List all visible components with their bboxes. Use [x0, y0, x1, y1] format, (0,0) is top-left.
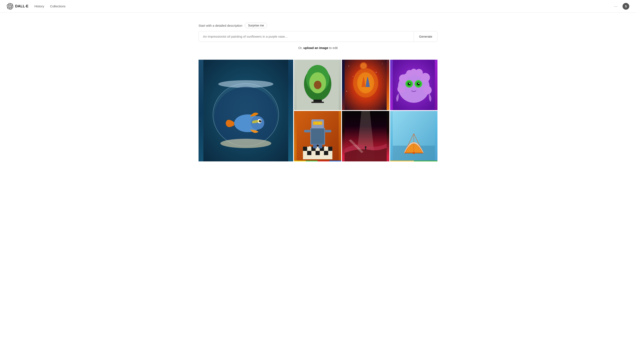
- svg-point-31: [398, 85, 405, 93]
- gallery-item-space-art[interactable]: [342, 60, 389, 110]
- avatar[interactable]: S: [622, 3, 629, 10]
- generate-button[interactable]: Generate: [414, 31, 437, 42]
- svg-point-43: [418, 83, 419, 84]
- prompt-label: Start with a detailed description: [199, 24, 242, 27]
- main-content: Start with a detailed description Surpri…: [192, 12, 444, 162]
- openai-logo-icon: [7, 3, 14, 10]
- svg-point-20: [376, 72, 377, 73]
- prompt-section: Start with a detailed description Surpri…: [199, 23, 437, 50]
- color-strip-orange: [390, 160, 437, 162]
- svg-rect-65: [325, 146, 326, 148]
- header-right: ··· S: [612, 3, 629, 10]
- gallery-item-avocado-chair[interactable]: [294, 60, 341, 110]
- svg-point-24: [357, 72, 374, 93]
- svg-rect-50: [307, 151, 311, 155]
- nav-collections[interactable]: Collections: [50, 4, 65, 8]
- svg-point-2: [218, 80, 273, 88]
- svg-point-32: [423, 86, 432, 94]
- upload-row: Or, upload an image to edit: [199, 46, 437, 50]
- svg-point-68: [365, 146, 367, 148]
- gallery-item-robot-chess[interactable]: [294, 111, 341, 162]
- svg-rect-54: [311, 128, 324, 144]
- more-options-button[interactable]: ···: [612, 3, 619, 10]
- svg-point-21: [353, 76, 353, 77]
- svg-point-57: [315, 122, 317, 124]
- svg-rect-16: [311, 102, 324, 103]
- svg-point-4: [220, 139, 271, 148]
- svg-rect-60: [325, 130, 331, 132]
- logo-area[interactable]: DALL·E: [7, 3, 28, 10]
- prompt-input-row: Generate: [199, 31, 437, 42]
- svg-point-22: [346, 91, 347, 92]
- svg-point-19: [382, 64, 383, 64]
- svg-point-26: [361, 63, 367, 69]
- main-nav: History: [34, 4, 44, 8]
- svg-rect-56: [313, 122, 322, 125]
- color-strip-robot: [294, 160, 341, 162]
- gallery-item-fishbowl[interactable]: [199, 60, 293, 162]
- prompt-input[interactable]: [199, 31, 414, 42]
- svg-point-14: [314, 81, 321, 89]
- svg-point-18: [349, 66, 349, 66]
- main-nav-collections: Collections: [50, 4, 65, 8]
- svg-rect-49: [328, 147, 332, 151]
- svg-rect-69: [365, 148, 366, 150]
- svg-point-63: [316, 144, 319, 147]
- gallery-grid: [199, 60, 437, 162]
- gallery-item-desert-landscape[interactable]: [342, 111, 389, 162]
- svg-rect-62: [319, 144, 322, 148]
- prompt-label-row: Start with a detailed description Surpri…: [199, 23, 437, 28]
- svg-point-9: [260, 120, 261, 121]
- svg-rect-46: [303, 147, 307, 151]
- svg-point-35: [411, 69, 417, 75]
- upload-text-after: to edit: [328, 46, 338, 50]
- upload-image-link[interactable]: upload an image: [303, 46, 328, 50]
- gallery-item-orange-slice[interactable]: [390, 111, 437, 162]
- svg-rect-64: [309, 146, 310, 148]
- svg-rect-59: [304, 130, 310, 132]
- svg-point-42: [409, 83, 410, 84]
- nav-history[interactable]: History: [34, 4, 44, 8]
- svg-point-58: [318, 122, 320, 124]
- surprise-me-button[interactable]: Surprise me: [245, 23, 267, 28]
- svg-point-41: [417, 82, 420, 85]
- gallery-item-purple-monster[interactable]: [390, 60, 437, 110]
- header-left: DALL·E History Collections: [7, 3, 65, 10]
- svg-point-40: [408, 82, 411, 85]
- upload-text-before: Or,: [298, 46, 303, 50]
- gallery-section: [199, 60, 437, 162]
- svg-rect-52: [324, 151, 328, 155]
- header: DALL·E History Collections ··· S: [0, 0, 636, 12]
- logo-text: DALL·E: [15, 4, 28, 8]
- svg-rect-51: [315, 151, 320, 155]
- svg-rect-61: [313, 144, 317, 148]
